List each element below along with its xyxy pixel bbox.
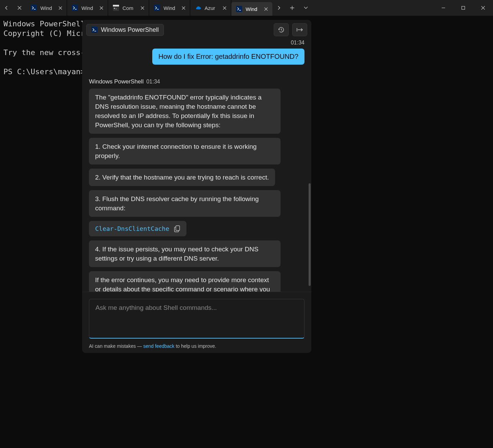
powershell-icon xyxy=(154,5,160,11)
chat-input[interactable] xyxy=(89,299,304,339)
tab[interactable]: Wind xyxy=(26,0,67,16)
tab-close-button[interactable] xyxy=(263,6,269,12)
svg-rect-6 xyxy=(462,6,465,10)
assistant-name: Windows PowerShell xyxy=(89,78,144,85)
chat-messages: 01:34 How do I fix Error: getaddrinfo EN… xyxy=(82,40,311,292)
tab-scroll-right[interactable] xyxy=(272,0,285,16)
svg-rect-3 xyxy=(113,5,119,6)
assistant-header: Windows PowerShell 01:34 xyxy=(89,78,304,85)
tab-dropdown-button[interactable] xyxy=(299,0,313,16)
history-button[interactable] xyxy=(274,23,289,36)
window-controls xyxy=(433,0,493,16)
copy-icon[interactable] xyxy=(174,225,180,232)
new-tab-button[interactable] xyxy=(285,0,299,16)
expand-icon xyxy=(296,27,303,32)
tab-close-button[interactable] xyxy=(98,5,104,11)
tab-label: Wind xyxy=(164,5,177,11)
tab-label: Wind xyxy=(81,5,95,11)
powershell-icon xyxy=(236,6,242,12)
cmd-icon xyxy=(113,5,119,11)
tab[interactable]: Wind xyxy=(149,0,190,16)
history-icon xyxy=(278,26,285,33)
tab[interactable]: Azur xyxy=(190,0,231,16)
tab-label: Com xyxy=(122,5,136,11)
tab-scroll-left[interactable] xyxy=(0,0,13,16)
minimize-button[interactable] xyxy=(433,0,453,16)
chat-header: Windows PowerShell xyxy=(82,20,311,40)
tab-close-button[interactable] xyxy=(180,5,186,11)
assistant-timestamp: 01:34 xyxy=(146,79,160,85)
feedback-link[interactable]: send feedback xyxy=(143,343,174,349)
expand-button[interactable] xyxy=(292,23,307,36)
chat-title[interactable]: Windows PowerShell xyxy=(86,24,164,36)
tab-label: Wind xyxy=(246,6,259,12)
assistant-message: 2. Verify that the hostname you are tryi… xyxy=(89,169,275,186)
powershell-icon xyxy=(31,5,37,11)
tab-close-button[interactable] xyxy=(57,5,63,11)
code-text: Clear-DnsClientCache xyxy=(95,225,169,232)
assistant-message: If the error continues, you may need to … xyxy=(89,271,281,292)
svg-rect-8 xyxy=(176,226,180,230)
chat-input-area: AI can make mistakes — send feedback to … xyxy=(82,292,311,353)
tab[interactable]: Wind xyxy=(67,0,108,16)
tabs-container: WindWindComWindAzurWind xyxy=(26,0,272,16)
tab-close-button[interactable] xyxy=(139,5,145,11)
close-leftmost[interactable] xyxy=(13,0,26,16)
assistant-message: The "getaddrinfo ENOTFOUND" error typica… xyxy=(89,89,281,134)
tab-close-button[interactable] xyxy=(221,5,228,11)
assistant-message: 4. If the issue persists, you may need t… xyxy=(89,240,281,267)
powershell-icon xyxy=(72,5,78,11)
maximize-button[interactable] xyxy=(453,0,473,16)
assistant-message: 1. Check your internet connection to ens… xyxy=(89,138,281,164)
chat-title-text: Windows PowerShell xyxy=(101,26,159,34)
tab[interactable]: Wind xyxy=(231,2,272,16)
close-window-button[interactable] xyxy=(473,0,493,16)
azure-icon xyxy=(195,5,201,11)
assistant-message: 3. Flush the DNS resolver cache by runni… xyxy=(89,190,281,217)
code-block: Clear-DnsClientCache xyxy=(89,221,186,236)
powershell-icon xyxy=(91,27,98,33)
tab-label: Wind xyxy=(40,5,54,11)
disclaimer: AI can make mistakes — send feedback to … xyxy=(89,343,304,349)
user-message: How do I fix Error: getaddrinfo ENOTFOUN… xyxy=(152,49,304,65)
title-bar: WindWindComWindAzurWind xyxy=(0,0,493,16)
chat-panel: Windows PowerShell 01:34 How do I fix Er… xyxy=(82,20,311,353)
user-timestamp: 01:34 xyxy=(89,40,304,46)
tab[interactable]: Com xyxy=(108,0,149,16)
tab-label: Azur xyxy=(205,5,218,11)
scrollbar-thumb[interactable] xyxy=(309,183,311,286)
